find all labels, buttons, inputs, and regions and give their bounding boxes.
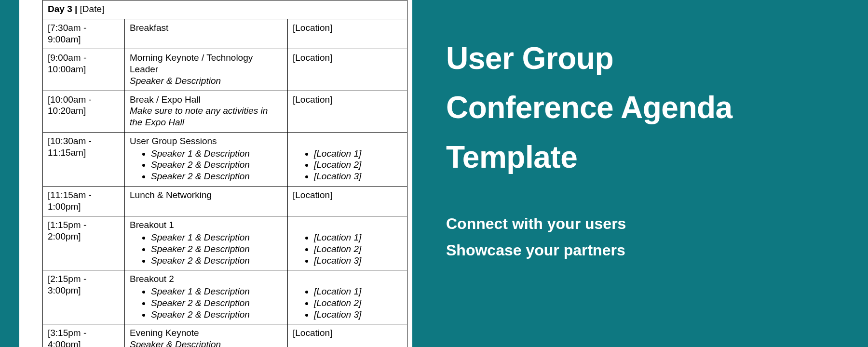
description-cell: Morning Keynote / Technology LeaderSpeak… (125, 49, 288, 91)
time-cell: [9:00am - 10:00am] (43, 49, 125, 91)
promo-sub-line: Connect with your users (446, 211, 839, 237)
session-note: Make sure to note any activities in the … (130, 105, 283, 128)
location-item: [Location 2] (314, 159, 402, 171)
speaker-item: Speaker 2 & Description (151, 255, 283, 267)
location-item: [Location 1] (314, 148, 402, 160)
time-cell: [10:30am - 11:15am] (43, 132, 125, 186)
promo-subtitle: Connect with your users Showcase your pa… (446, 211, 839, 263)
location-item: [Location 3] (314, 309, 402, 320)
time-cell: [1:15pm - 2:00pm] (43, 216, 125, 270)
session-title: Morning Keynote / Technology Leader (130, 52, 283, 75)
promo-title-line: User Group (446, 34, 839, 83)
agenda-row: [10:30am - 11:15am]User Group SessionsSp… (43, 132, 407, 186)
speaker-list: Speaker 1 & DescriptionSpeaker 2 & Descr… (130, 232, 283, 266)
speaker-item: Speaker 2 & Description (151, 297, 283, 309)
location-cell: [Location] (288, 186, 407, 216)
agenda-table: Day 3 | [Date][7:30am - 9:00am]Breakfast… (42, 0, 407, 347)
time-cell: [10:00am - 10:20am] (43, 91, 125, 132)
description-cell: Breakout 2Speaker 1 & DescriptionSpeaker… (125, 270, 288, 324)
location-cell: [Location 1][Location 2][Location 3] (288, 270, 407, 324)
agenda-row: [3:15pm - 4:00pm]Evening KeynoteSpeaker … (43, 324, 407, 347)
location-list: [Location 1][Location 2][Location 3] (293, 286, 402, 320)
agenda-row: [11:15am - 1:00pm]Lunch & Networking[Loc… (43, 186, 407, 216)
location-spacer (293, 219, 402, 231)
promo-sub-line: Showcase your partners (446, 237, 839, 263)
location-item: [Location 3] (314, 255, 402, 267)
time-cell: [2:15pm - 3:00pm] (43, 270, 125, 324)
session-title: Break / Expo Hall (130, 94, 283, 106)
location-cell: [Location] (288, 91, 407, 132)
speaker-item: Speaker 1 & Description (151, 232, 283, 243)
session-note: Speaker & Description (130, 339, 283, 347)
location-item: [Location 2] (314, 297, 402, 309)
location-item: [Location 1] (314, 286, 402, 297)
description-cell: Breakfast (125, 19, 288, 49)
location-cell: [Location 1][Location 2][Location 3] (288, 132, 407, 186)
promo-panel: User Group Conference Agenda Template Co… (412, 0, 868, 347)
agenda-row: [9:00am - 10:00am]Morning Keynote / Tech… (43, 49, 407, 91)
description-cell: User Group SessionsSpeaker 1 & Descripti… (125, 132, 288, 186)
location-text: [Location] (293, 189, 402, 201)
location-text: [Location] (293, 22, 402, 34)
location-list: [Location 1][Location 2][Location 3] (293, 148, 402, 182)
promo-title-line: Template (446, 133, 839, 182)
location-item: [Location 3] (314, 171, 402, 182)
agenda-row: [2:15pm - 3:00pm]Breakout 2Speaker 1 & D… (43, 270, 407, 324)
session-title: Lunch & Networking (130, 189, 283, 201)
location-text: [Location] (293, 94, 402, 106)
location-cell: [Location] (288, 19, 407, 49)
speaker-item: Speaker 1 & Description (151, 286, 283, 297)
day-header: Day 3 | [Date] (43, 0, 407, 19)
location-item: [Location 2] (314, 243, 402, 255)
speaker-item: Speaker 1 & Description (151, 148, 283, 160)
day-label: Day 3 | (48, 4, 80, 14)
speaker-list: Speaker 1 & DescriptionSpeaker 2 & Descr… (130, 148, 283, 182)
speaker-item: Speaker 2 & Description (151, 309, 283, 320)
time-cell: [3:15pm - 4:00pm] (43, 324, 125, 347)
speaker-item: Speaker 2 & Description (151, 159, 283, 171)
time-cell: [11:15am - 1:00pm] (43, 186, 125, 216)
speaker-item: Speaker 2 & Description (151, 243, 283, 255)
location-cell: [Location] (288, 49, 407, 91)
description-cell: Lunch & Networking (125, 186, 288, 216)
time-cell: [7:30am - 9:00am] (43, 19, 125, 49)
location-spacer (293, 135, 402, 147)
location-cell: [Location] (288, 324, 407, 347)
location-cell: [Location 1][Location 2][Location 3] (288, 216, 407, 270)
location-list: [Location 1][Location 2][Location 3] (293, 232, 402, 266)
promo-title-line: Conference Agenda (446, 83, 839, 132)
document-panel: Day 3 | [Date][7:30am - 9:00am]Breakfast… (19, 0, 412, 347)
speaker-list: Speaker 1 & DescriptionSpeaker 2 & Descr… (130, 286, 283, 320)
agenda-row: [7:30am - 9:00am]Breakfast[Location] (43, 19, 407, 49)
session-title: Breakout 2 (130, 273, 283, 285)
day-date: [Date] (80, 4, 105, 14)
location-text: [Location] (293, 327, 402, 339)
location-item: [Location 1] (314, 232, 402, 243)
session-note: Speaker & Description (130, 75, 283, 87)
location-text: [Location] (293, 52, 402, 64)
description-cell: Breakout 1Speaker 1 & DescriptionSpeaker… (125, 216, 288, 270)
session-title: Evening Keynote (130, 327, 283, 339)
description-cell: Break / Expo HallMake sure to note any a… (125, 91, 288, 132)
location-spacer (293, 273, 402, 285)
speaker-item: Speaker 2 & Description (151, 171, 283, 182)
session-title: Breakfast (130, 22, 283, 34)
promo-title: User Group Conference Agenda Template (446, 34, 839, 182)
session-title: User Group Sessions (130, 135, 283, 147)
agenda-row: [10:00am - 10:20am]Break / Expo HallMake… (43, 91, 407, 132)
agenda-row: [1:15pm - 2:00pm]Breakout 1Speaker 1 & D… (43, 216, 407, 270)
session-title: Breakout 1 (130, 219, 283, 231)
description-cell: Evening KeynoteSpeaker & Description (125, 324, 288, 347)
